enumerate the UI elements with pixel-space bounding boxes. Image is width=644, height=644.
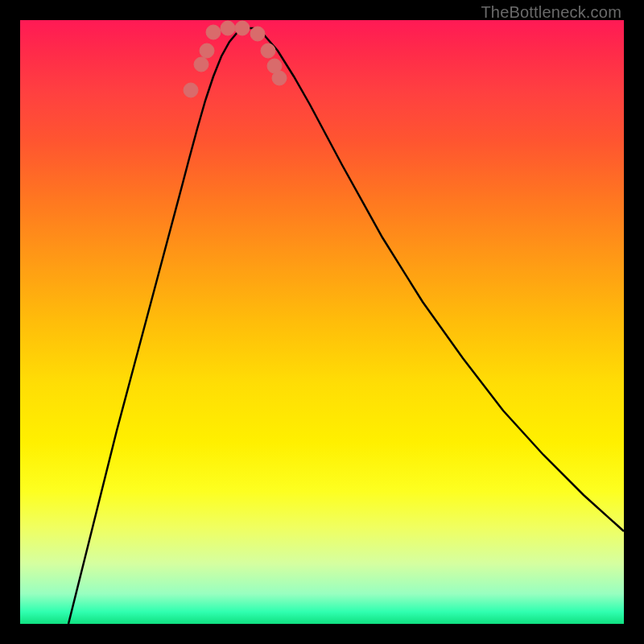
data-marker	[261, 43, 275, 58]
bottleneck-curve	[68, 28, 624, 624]
watermark-text: TheBottleneck.com	[481, 3, 621, 22]
data-marker	[184, 83, 198, 97]
data-marker	[200, 43, 214, 58]
data-marker	[194, 57, 208, 72]
data-marker	[250, 27, 265, 41]
data-marker	[235, 21, 250, 35]
data-marker	[221, 21, 235, 35]
data-marker	[272, 71, 287, 85]
chart-svg	[20, 20, 624, 624]
chart-frame: TheBottleneck.com	[0, 0, 644, 644]
data-marker	[206, 25, 221, 39]
curve-markers	[184, 21, 287, 97]
plot-area	[20, 20, 624, 624]
